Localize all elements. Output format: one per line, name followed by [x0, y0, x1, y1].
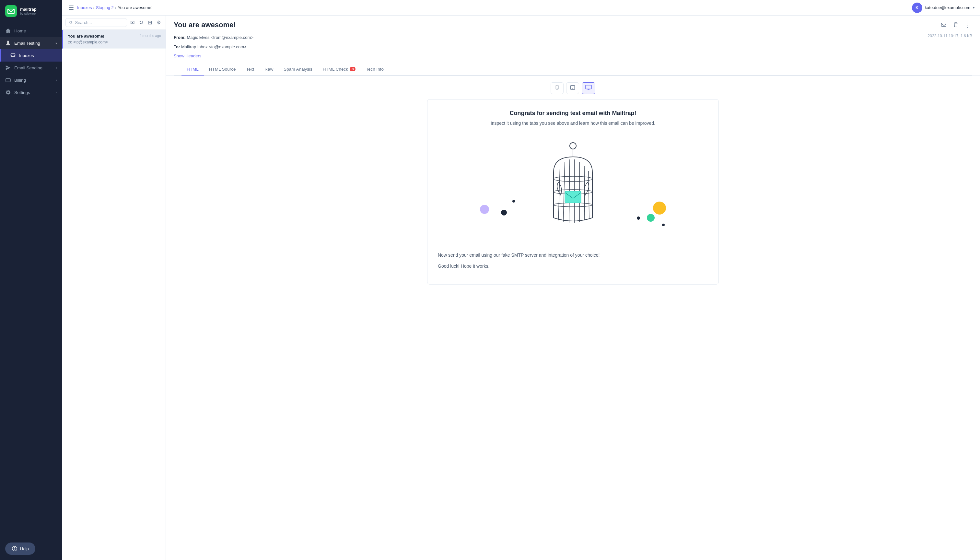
deco-dot-dark-3 — [662, 223, 665, 226]
preview-body1: Now send your email using our fake SMTP … — [438, 252, 708, 258]
mobile-view-button[interactable] — [551, 82, 563, 94]
settings-icon[interactable]: ⚙ — [155, 18, 162, 27]
svg-point-8 — [573, 88, 573, 89]
tablet-view-button[interactable] — [566, 82, 579, 94]
forward-button[interactable] — [938, 21, 948, 30]
sidebar-item-inboxes[interactable]: Inboxes — [0, 49, 62, 62]
tab-spam-analysis[interactable]: Spam Analysis — [278, 63, 318, 75]
tab-html-check[interactable]: HTML Check 8 — [318, 63, 361, 75]
email-item-time: 4 months ago — [139, 34, 161, 38]
chevron-down-icon: ▾ — [55, 42, 57, 45]
breadcrumb-inboxes[interactable]: Inboxes — [77, 5, 92, 10]
search-icon — [69, 20, 73, 25]
search-input[interactable] — [75, 20, 123, 25]
cage-svg — [540, 140, 605, 237]
chevron-right-icon-settings: › — [56, 91, 57, 94]
deco-circle-yellow — [653, 202, 666, 215]
help-label: Help — [20, 547, 29, 551]
hamburger-menu[interactable]: ☰ — [67, 3, 75, 13]
chevron-right-icon: › — [56, 66, 57, 70]
svg-rect-24 — [565, 191, 581, 203]
sidebar-item-email-sending[interactable]: Email Sending › — [0, 62, 62, 74]
tab-text[interactable]: Text — [241, 63, 260, 75]
svg-point-21 — [553, 176, 592, 182]
gear-icon — [5, 90, 11, 95]
email-list-item[interactable]: You are awesome! 4 months ago to: <to@ex… — [62, 30, 166, 48]
help-button[interactable]: Help — [5, 542, 35, 555]
home-icon — [5, 28, 11, 34]
email-list: You are awesome! 4 months ago to: <to@ex… — [62, 30, 166, 560]
cage-illustration — [438, 133, 708, 244]
preview-body2: Good luck! Hope it works. — [438, 262, 708, 270]
logo: mailtrap by railsware — [0, 0, 62, 23]
email-tabs: HTML HTML Source Text Raw Spam Analysis — [174, 63, 972, 75]
sidebar: mailtrap by railsware Home Email Testing… — [0, 0, 62, 560]
filter-icon[interactable]: ⊞ — [147, 18, 153, 27]
email-actions: ⋮ — [938, 21, 972, 30]
mailtrap-logo-icon — [5, 5, 17, 17]
main-content: ☰ Inboxes › Staging 2 › You are awesome!… — [62, 0, 980, 560]
svg-point-10 — [570, 143, 576, 149]
breadcrumb-current: You are awesome! — [118, 5, 152, 10]
email-list-toolbar: ✉ ↻ ⊞ ⚙ — [62, 15, 166, 30]
svg-rect-9 — [586, 85, 592, 89]
sidebar-item-billing[interactable]: Billing › — [0, 74, 62, 86]
email-subject-row: You are awesome! — [174, 21, 972, 30]
sidebar-item-settings[interactable]: Settings › — [0, 86, 62, 98]
html-check-badge: 8 — [350, 67, 355, 71]
user-avatar: K — [912, 3, 922, 13]
sidebar-item-home[interactable]: Home — [0, 25, 62, 37]
tab-raw[interactable]: Raw — [259, 63, 278, 75]
more-options-button[interactable]: ⋮ — [963, 22, 972, 30]
chevron-right-icon-billing: › — [56, 78, 57, 82]
email-body: Congrats for sending test email with Mai… — [166, 76, 980, 560]
svg-rect-0 — [5, 5, 17, 17]
inbox-icon — [10, 52, 16, 58]
desktop-icon — [585, 85, 592, 90]
tab-html-source-label: HTML Source — [209, 67, 236, 72]
sidebar-label-home: Home — [14, 28, 57, 33]
email-meta-from: From: Magic Elves <from@example.com> — [174, 34, 253, 41]
email-item-to: to: <to@example.com> — [68, 40, 161, 44]
tab-tech-info[interactable]: Tech Info — [361, 63, 389, 75]
desktop-view-button[interactable] — [582, 82, 595, 94]
tab-raw-label: Raw — [265, 67, 273, 72]
to-value: Mailtrap Inbox <to@example.com> — [181, 44, 247, 49]
email-date: 2022-10-11 10:17, 1.6 KB — [928, 34, 972, 38]
sidebar-label-email-testing: Email Testing — [14, 41, 52, 46]
user-name: kate.doe@example.com — [925, 5, 970, 10]
breadcrumb-staging[interactable]: Staging 2 — [96, 5, 114, 10]
view-modes — [174, 82, 972, 94]
preview-subtitle: Inspect it using the tabs you see above … — [438, 120, 708, 126]
email-detail: You are awesome! — [166, 15, 980, 560]
sidebar-label-email-sending: Email Sending — [14, 65, 53, 70]
tab-spam-analysis-label: Spam Analysis — [283, 67, 312, 72]
sidebar-item-email-testing[interactable]: Email Testing ▾ — [0, 37, 62, 49]
logo-sub: by railsware — [20, 12, 37, 15]
help-icon — [12, 546, 18, 552]
tablet-icon — [570, 85, 575, 90]
tab-html-source[interactable]: HTML Source — [204, 63, 241, 75]
mobile-icon — [554, 85, 560, 90]
user-menu-chevron[interactable]: ▾ — [973, 5, 975, 10]
tab-html-check-label: HTML Check — [323, 67, 348, 72]
logo-brand: mailtrap — [20, 7, 37, 12]
send-icon — [5, 65, 11, 71]
content-area: ✉ ↻ ⊞ ⚙ You are awesome! 4 months ago to… — [62, 15, 980, 560]
show-headers-link[interactable]: Show Headers — [174, 53, 201, 58]
delete-button[interactable] — [951, 21, 960, 30]
from-label: From: — [174, 35, 186, 40]
svg-point-6 — [557, 88, 557, 89]
email-meta-to: To: Mailtrap Inbox <to@example.com> — [174, 43, 253, 50]
trash-icon — [953, 22, 958, 28]
credit-card-icon — [5, 77, 11, 83]
preview-title: Congrats for sending test email with Mai… — [438, 110, 708, 117]
search-box[interactable] — [65, 18, 127, 27]
svg-point-4 — [70, 21, 72, 23]
refresh-icon[interactable]: ↻ — [138, 18, 145, 27]
tab-html[interactable]: HTML — [182, 63, 204, 75]
breadcrumb: Inboxes › Staging 2 › You are awesome! — [77, 5, 152, 10]
deco-dot-dark-2 — [637, 217, 640, 220]
svg-line-20 — [588, 171, 589, 218]
mark-read-icon[interactable]: ✉ — [129, 18, 136, 27]
